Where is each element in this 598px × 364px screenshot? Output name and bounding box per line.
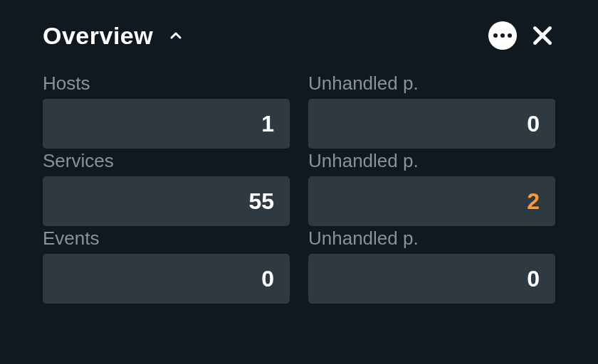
more-horizontal-icon	[493, 33, 512, 38]
header-left: Overview	[43, 22, 184, 50]
stat-label-events-unhandled: Unhandled p.	[308, 228, 555, 250]
stat-label-hosts: Hosts	[43, 73, 290, 95]
stat-hosts-unhandled: Unhandled p. 0	[308, 71, 555, 149]
close-icon	[530, 23, 555, 48]
panel-title: Overview	[43, 22, 153, 50]
close-button[interactable]	[530, 23, 555, 48]
stat-events: Events 0	[43, 226, 290, 304]
stat-label-services-unhandled: Unhandled p.	[308, 150, 555, 172]
stat-value-services[interactable]: 55	[43, 176, 290, 226]
collapse-toggle[interactable]	[167, 27, 184, 44]
stat-value-events[interactable]: 0	[43, 254, 290, 304]
stat-value-hosts[interactable]: 1	[43, 99, 290, 149]
panel-header: Overview	[43, 21, 555, 50]
stat-value-events-unhandled[interactable]: 0	[308, 254, 555, 304]
stat-label-events: Events	[43, 228, 290, 250]
stat-hosts: Hosts 1	[43, 71, 290, 149]
more-options-button[interactable]	[488, 21, 517, 50]
header-right	[488, 21, 555, 50]
stats-grid: Hosts 1 Unhandled p. 0 Services 55 Unhan…	[43, 71, 555, 304]
stat-label-services: Services	[43, 150, 290, 172]
stat-services: Services 55	[43, 149, 290, 226]
stat-value-services-unhandled[interactable]: 2	[308, 176, 555, 226]
chevron-up-icon	[167, 27, 184, 44]
stat-value-hosts-unhandled[interactable]: 0	[308, 99, 555, 149]
stat-services-unhandled: Unhandled p. 2	[308, 149, 555, 226]
stat-events-unhandled: Unhandled p. 0	[308, 226, 555, 304]
stat-label-hosts-unhandled: Unhandled p.	[308, 73, 555, 95]
